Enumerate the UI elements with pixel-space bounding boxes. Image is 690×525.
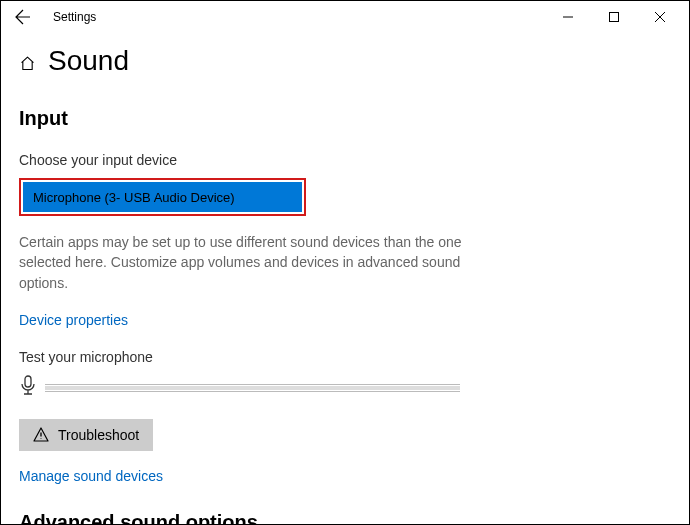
content-area: Sound Input Choose your input device Mic… [1,33,689,525]
arrow-left-icon [15,9,31,25]
troubleshoot-button[interactable]: Troubleshoot [19,419,153,451]
input-device-dropdown[interactable]: Microphone (3- USB Audio Device) [23,182,302,212]
troubleshoot-label: Troubleshoot [58,427,139,443]
dropdown-highlight: Microphone (3- USB Audio Device) [19,178,306,216]
page-title: Sound [48,45,129,77]
window-title: Settings [53,10,96,24]
minimize-button[interactable] [545,1,591,33]
test-mic-row [19,375,671,401]
svg-rect-1 [25,376,31,387]
mic-level-meter [45,386,460,390]
input-help-text: Certain apps may be set up to use differ… [19,232,489,293]
device-properties-link[interactable]: Device properties [19,312,128,328]
minimize-icon [563,12,573,22]
section-heading-input: Input [19,107,671,130]
page-heading: Sound [19,45,671,77]
titlebar: Settings [1,1,689,33]
home-icon[interactable] [19,55,36,72]
section-heading-advanced: Advanced sound options [19,511,671,525]
dropdown-selected-value: Microphone (3- USB Audio Device) [33,190,235,205]
close-button[interactable] [637,1,683,33]
window-controls [545,1,683,33]
choose-device-label: Choose your input device [19,152,671,168]
maximize-button[interactable] [591,1,637,33]
back-button[interactable] [7,1,39,33]
maximize-icon [609,12,619,22]
svg-rect-0 [610,13,619,22]
manage-sound-devices-link[interactable]: Manage sound devices [19,468,163,484]
microphone-icon [19,375,37,401]
close-icon [655,12,665,22]
warning-icon [33,427,49,442]
test-mic-label: Test your microphone [19,349,671,365]
